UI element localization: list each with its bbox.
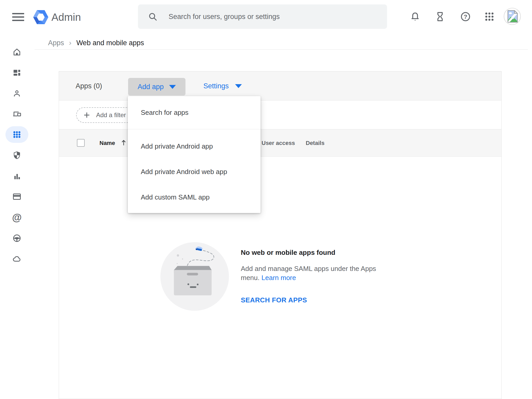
help-button[interactable]: ? [459, 10, 472, 23]
apps-icon [12, 130, 22, 139]
header-divider [35, 49, 528, 50]
svg-text:?: ? [464, 13, 467, 20]
plus-icon [83, 111, 91, 119]
google-apps-button[interactable] [483, 10, 496, 23]
sort-ascending-icon[interactable] [120, 139, 128, 147]
empty-box-illustration [156, 234, 234, 317]
global-search[interactable] [138, 4, 387, 29]
account-avatar[interactable] [503, 8, 521, 25]
sidebar-item-devices[interactable] [9, 105, 25, 122]
apps-grid-icon [484, 11, 495, 22]
sidebar-item-rules[interactable] [9, 230, 25, 247]
hamburger-icon [12, 13, 24, 14]
help-icon: ? [460, 11, 471, 22]
sidebar-item-account[interactable]: @ [9, 209, 25, 226]
add-app-menu: Search for apps Add private Android app … [128, 96, 261, 213]
notifications-button[interactable] [408, 10, 422, 23]
chevron-down-icon [169, 85, 176, 89]
page-title: Web and mobile apps [76, 39, 144, 47]
sidebar-item-dashboard[interactable] [9, 64, 25, 81]
select-all-checkbox[interactable] [77, 139, 85, 147]
person-icon [12, 89, 22, 98]
menu-group: Add private Android app Add private Andr… [128, 129, 261, 213]
empty-state-title: No web or mobile apps found [241, 249, 335, 257]
search-for-apps-link[interactable]: SEARCH FOR APPS [241, 296, 307, 304]
at-icon: @ [12, 213, 22, 222]
sidebar-item-reporting[interactable] [9, 168, 25, 184]
sidebar-item-billing[interactable] [9, 188, 25, 205]
home-icon [12, 47, 22, 57]
apps-list-card: Apps (0) Add app Settings Add a filter N… [59, 71, 502, 399]
menu-item-add-private-android-web-app[interactable]: Add private Android web app [128, 159, 261, 184]
menu-item-search-for-apps[interactable]: Search for apps [128, 96, 261, 129]
sidebar-item-storage[interactable] [9, 251, 25, 267]
broken-image-icon [503, 8, 521, 25]
admin-console: Admin ? [0, 0, 532, 399]
dashboard-icon [12, 68, 22, 77]
menu-item-add-private-android-app[interactable]: Add private Android app [128, 134, 261, 159]
search-input[interactable] [158, 4, 387, 29]
breadcrumb-apps-link[interactable]: Apps [48, 39, 64, 47]
credit-card-icon [12, 192, 22, 201]
tasks-button[interactable] [433, 10, 447, 23]
cloud-icon [12, 254, 22, 264]
steering-wheel-icon [12, 234, 22, 243]
bar-chart-icon [12, 171, 22, 181]
product-name: Admin [51, 11, 81, 23]
main-menu-button[interactable] [10, 9, 26, 24]
column-header-details: Details [306, 129, 324, 157]
sidebar-item-security[interactable] [9, 147, 25, 164]
empty-state-description: Add and manage SAML apps under the Apps … [241, 264, 388, 282]
chevron-down-icon [235, 84, 242, 88]
sidebar-item-apps[interactable] [9, 126, 25, 143]
menu-item-add-custom-saml-app[interactable]: Add custom SAML app [128, 184, 261, 210]
filter-bar: Add a filter [59, 101, 501, 129]
devices-icon [12, 109, 22, 118]
add-app-button[interactable]: Add app [128, 78, 185, 96]
breadcrumb-separator-icon: › [69, 39, 71, 47]
sidebar-item-home[interactable] [9, 44, 25, 60]
hourglass-icon [434, 11, 446, 22]
shield-icon [12, 151, 22, 160]
bell-icon [409, 11, 421, 22]
apps-count-title: Apps (0) [76, 71, 102, 101]
column-header-name[interactable]: Name [99, 129, 115, 157]
learn-more-link[interactable]: Learn more [262, 274, 296, 282]
column-header-user-access: User access [262, 129, 295, 157]
breadcrumb: Apps › Web and mobile apps [48, 37, 144, 49]
search-icon [148, 12, 158, 22]
card-toolbar: Apps (0) Add app Settings [59, 71, 501, 101]
table-header-row: Name User access Details [59, 129, 501, 157]
sidebar-item-directory[interactable] [9, 85, 25, 102]
admin-logo[interactable]: Admin [33, 10, 81, 25]
admin-hexagon-icon [33, 10, 48, 25]
